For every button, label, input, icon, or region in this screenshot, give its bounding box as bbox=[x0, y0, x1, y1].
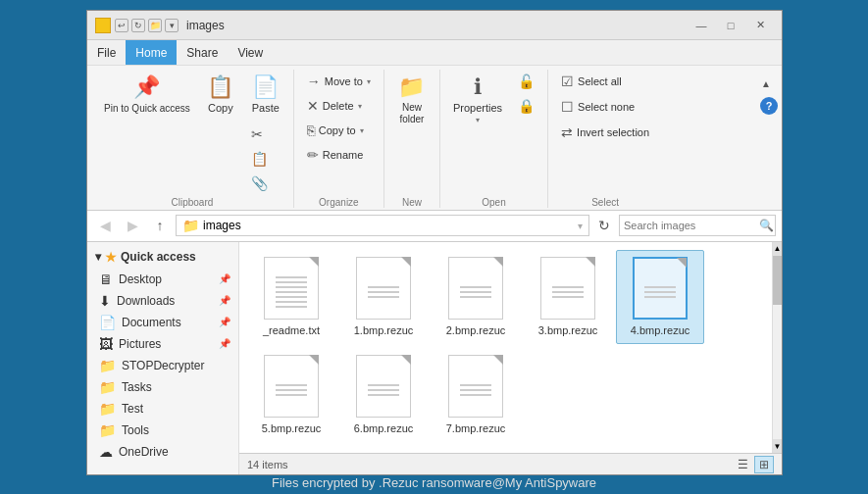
invert-selection-button[interactable]: ⇄ Invert selection bbox=[554, 121, 656, 144]
vertical-scrollbar[interactable]: ▲ ▼ bbox=[772, 242, 782, 453]
menu-view[interactable]: View bbox=[228, 40, 273, 65]
line bbox=[460, 389, 491, 391]
scroll-down-btn[interactable]: ▼ bbox=[773, 439, 782, 453]
open-icon2: 🔒 bbox=[518, 98, 535, 114]
menu-share[interactable]: Share bbox=[177, 40, 228, 65]
delete-label: Delete bbox=[323, 100, 354, 112]
new-folder-button[interactable]: 📁 Newfolder bbox=[390, 70, 434, 130]
file-item-4[interactable]: 4.bmp.rezuc bbox=[616, 250, 704, 344]
sidebar-item-tasks[interactable]: 📁 Tasks bbox=[87, 376, 238, 398]
up-button[interactable]: ↑ bbox=[148, 214, 172, 237]
copy-path-button[interactable]: 📋 bbox=[244, 147, 287, 171]
cut-button[interactable]: ✂ bbox=[244, 123, 287, 146]
file-item-2[interactable]: 2.bmp.rezuc bbox=[432, 250, 520, 344]
desktop-icon: 🖥 bbox=[99, 272, 113, 287]
sidebar-item-desktop[interactable]: 🖥 Desktop 📌 bbox=[87, 269, 238, 290]
invert-label: Invert selection bbox=[577, 126, 649, 138]
select-all-button[interactable]: ☑ Select all bbox=[554, 70, 656, 93]
file-item-1[interactable]: 1.bmp.rezuc bbox=[339, 250, 428, 344]
downloads-pin: 📌 bbox=[219, 295, 230, 306]
clipboard-group: 📌 Pin to Quick access 📋 Copy 📄 Paste bbox=[91, 70, 294, 208]
sidebar-item-stopdecrypter[interactable]: 📁 STOPDecrypter bbox=[87, 355, 238, 376]
address-dropdown[interactable]: ▾ bbox=[578, 221, 583, 231]
move-arrow: ▾ bbox=[367, 77, 371, 86]
address-path: images bbox=[203, 219, 241, 232]
details-view-button[interactable]: ☰ bbox=[733, 456, 752, 473]
file-name-7: 7.bmp.rezuc bbox=[446, 421, 506, 435]
file-icon-6 bbox=[356, 355, 411, 418]
open-btn1[interactable]: 🔓 bbox=[511, 70, 541, 93]
sidebar-pictures-label: Pictures bbox=[119, 337, 161, 351]
stopdecrypter-icon: 📁 bbox=[99, 358, 116, 373]
address-input[interactable]: 📁 images ▾ bbox=[176, 215, 589, 236]
file-lines bbox=[368, 286, 399, 298]
file-icon-7 bbox=[448, 355, 503, 418]
line bbox=[276, 306, 307, 308]
new-buttons: 📁 Newfolder bbox=[390, 70, 434, 195]
scroll-up-btn[interactable]: ▲ bbox=[773, 242, 782, 256]
title-bar: ↩ ↻ 📁 ▾ images — □ ✕ bbox=[87, 11, 782, 40]
delete-button[interactable]: ✕ Delete ▾ bbox=[300, 94, 378, 118]
properties-label: Properties bbox=[453, 102, 502, 115]
open-btn2[interactable]: 🔒 bbox=[511, 94, 541, 118]
select-none-button[interactable]: ☐ Select none bbox=[554, 95, 656, 119]
line bbox=[276, 281, 307, 283]
down-dot[interactable]: ▾ bbox=[165, 19, 179, 32]
quick-access-header[interactable]: ▾ ★ Quick access bbox=[87, 246, 238, 269]
cut-icon: ✂ bbox=[251, 126, 263, 142]
close-button[interactable]: ✕ bbox=[746, 16, 774, 35]
pictures-pin: 📌 bbox=[219, 338, 230, 349]
view-buttons: ☰ ⊞ bbox=[733, 456, 774, 473]
select-none-label: Select none bbox=[578, 101, 635, 113]
file-item-3[interactable]: 3.bmp.rezuc bbox=[524, 250, 612, 344]
file-item-5[interactable]: 5.bmp.rezuc bbox=[247, 348, 335, 442]
folder-dot[interactable]: 📁 bbox=[148, 19, 162, 32]
large-icons-view-button[interactable]: ⊞ bbox=[754, 456, 774, 473]
file-item-readme[interactable]: _readme.txt bbox=[247, 250, 335, 344]
redo-dot[interactable]: ↻ bbox=[131, 19, 145, 32]
menu-bar: File Home Share View bbox=[87, 40, 782, 66]
line bbox=[368, 384, 399, 386]
copy-to-button[interactable]: ⎘ Copy to ▾ bbox=[300, 119, 378, 142]
maximize-button[interactable]: □ bbox=[717, 16, 744, 35]
undo-dot[interactable]: ↩ bbox=[115, 19, 128, 32]
sidebar-item-test[interactable]: 📁 Test bbox=[87, 398, 238, 420]
file-item-6[interactable]: 6.bmp.rezuc bbox=[339, 348, 428, 442]
refresh-button[interactable]: ↻ bbox=[593, 215, 615, 236]
copy-to-arrow: ▾ bbox=[360, 126, 364, 135]
sidebar-item-onedrive[interactable]: ☁ OneDrive bbox=[87, 441, 238, 463]
line bbox=[644, 286, 676, 288]
menu-file[interactable]: File bbox=[87, 40, 126, 65]
sidebar-item-downloads[interactable]: ⬇ Downloads 📌 bbox=[87, 290, 238, 312]
delete-arrow: ▾ bbox=[358, 102, 362, 111]
select-group: ☑ Select all ☐ Select none ⇄ Invert sele… bbox=[548, 70, 662, 208]
minimize-button[interactable]: — bbox=[688, 16, 715, 35]
quick-access-label: Quick access bbox=[121, 250, 196, 264]
rename-button[interactable]: ✏ Rename bbox=[300, 143, 378, 167]
line bbox=[276, 389, 307, 391]
file-icon-2 bbox=[448, 257, 503, 320]
collapse-ribbon-button[interactable]: ▲ bbox=[754, 72, 778, 95]
back-button[interactable]: ◀ bbox=[93, 214, 117, 237]
line bbox=[276, 384, 307, 386]
sidebar-item-documents[interactable]: 📄 Documents 📌 bbox=[87, 312, 238, 333]
line bbox=[276, 301, 307, 303]
file-item-7[interactable]: 7.bmp.rezuc bbox=[432, 348, 520, 442]
copy-button[interactable]: 📋 Copy bbox=[199, 70, 242, 121]
paste-shortcut-button[interactable]: 📎 bbox=[244, 172, 287, 195]
copy-to-label: Copy to bbox=[319, 124, 356, 136]
move-to-button[interactable]: → Move to ▾ bbox=[300, 70, 378, 93]
new-label: New bbox=[390, 195, 434, 208]
sidebar-item-tools[interactable]: 📁 Tools bbox=[87, 420, 238, 441]
file-icon-4 bbox=[633, 257, 688, 320]
sidebar-item-pictures[interactable]: 🖼 Pictures 📌 bbox=[87, 333, 238, 355]
help-button[interactable]: ? bbox=[760, 97, 778, 115]
paste-button[interactable]: 📄 Paste bbox=[244, 70, 287, 121]
properties-button[interactable]: ℹ Properties ▾ bbox=[446, 70, 509, 129]
search-input[interactable] bbox=[624, 220, 759, 231]
menu-home[interactable]: Home bbox=[126, 40, 177, 65]
pin-quick-access-button[interactable]: 📌 Pin to Quick access bbox=[97, 70, 197, 120]
forward-button[interactable]: ▶ bbox=[121, 214, 144, 237]
ribbon: 📌 Pin to Quick access 📋 Copy 📄 Paste bbox=[87, 66, 782, 211]
item-count: 14 items bbox=[247, 459, 288, 470]
